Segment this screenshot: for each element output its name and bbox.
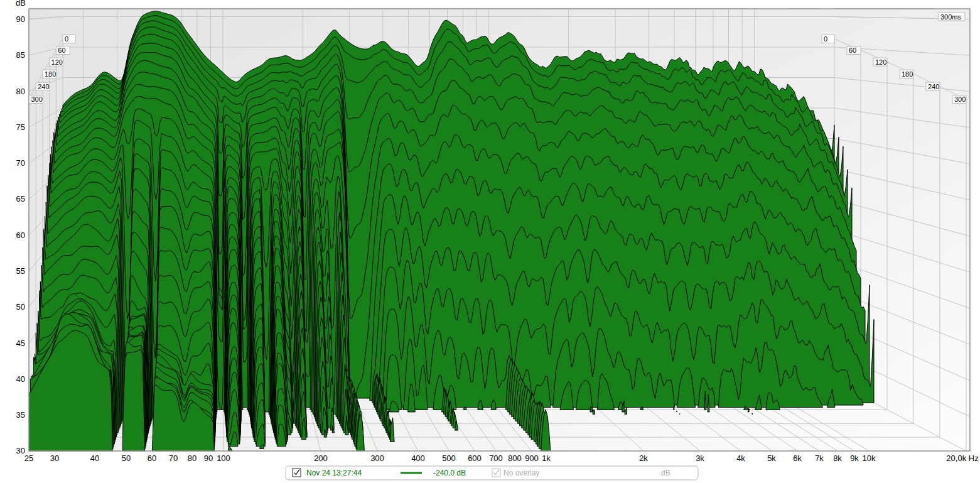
svg-text:180: 180 — [45, 70, 56, 78]
svg-text:50: 50 — [122, 453, 131, 463]
svg-text:-240,0 dB: -240,0 dB — [433, 469, 466, 477]
svg-text:300: 300 — [31, 95, 43, 103]
svg-text:800: 800 — [508, 453, 522, 463]
svg-text:85: 85 — [16, 50, 25, 60]
svg-text:0: 0 — [65, 35, 68, 43]
svg-text:5k: 5k — [767, 453, 776, 463]
svg-text:80: 80 — [188, 453, 197, 463]
svg-text:dB: dB — [16, 0, 26, 8]
svg-text:60: 60 — [849, 46, 856, 54]
svg-text:30: 30 — [50, 453, 59, 463]
svg-text:300: 300 — [954, 95, 966, 103]
svg-text:55: 55 — [16, 266, 25, 276]
svg-text:60: 60 — [148, 453, 156, 463]
svg-text:120: 120 — [51, 58, 63, 66]
svg-text:90: 90 — [16, 14, 25, 24]
svg-text:60: 60 — [58, 46, 65, 54]
svg-text:90: 90 — [204, 453, 213, 463]
svg-text:180: 180 — [902, 70, 913, 78]
svg-text:240: 240 — [928, 83, 939, 90]
svg-text:4k: 4k — [736, 453, 745, 463]
svg-text:65: 65 — [16, 194, 25, 204]
svg-text:200: 200 — [314, 453, 328, 463]
svg-text:40: 40 — [90, 453, 99, 463]
svg-text:9k: 9k — [850, 453, 859, 463]
svg-text:20,0k Hz: 20,0k Hz — [946, 453, 978, 463]
svg-text:No overlay: No overlay — [503, 469, 539, 477]
svg-text:70: 70 — [169, 453, 178, 463]
svg-text:40: 40 — [16, 374, 25, 384]
svg-text:400: 400 — [411, 453, 425, 463]
svg-text:600: 600 — [468, 453, 482, 463]
svg-text:70: 70 — [16, 158, 25, 168]
svg-text:900: 900 — [525, 453, 539, 463]
svg-text:45: 45 — [16, 339, 25, 348]
svg-text:100: 100 — [217, 453, 230, 463]
svg-text:120: 120 — [875, 58, 886, 66]
svg-text:500: 500 — [442, 453, 456, 463]
svg-text:300ms: 300ms — [940, 13, 962, 21]
svg-text:8k: 8k — [833, 453, 842, 463]
svg-text:25: 25 — [24, 453, 33, 463]
svg-text:700: 700 — [489, 453, 503, 463]
svg-text:300: 300 — [370, 453, 384, 463]
svg-text:0: 0 — [824, 35, 827, 43]
svg-text:75: 75 — [16, 122, 25, 132]
svg-text:3k: 3k — [696, 453, 704, 463]
svg-text:240: 240 — [38, 83, 49, 90]
svg-text:1k: 1k — [542, 453, 551, 463]
svg-text:7k: 7k — [815, 453, 824, 463]
svg-text:10k: 10k — [863, 453, 876, 463]
svg-text:50: 50 — [16, 302, 25, 312]
svg-text:dB: dB — [661, 469, 670, 477]
svg-text:60: 60 — [16, 231, 25, 240]
svg-text:80: 80 — [16, 87, 25, 96]
svg-text:6k: 6k — [793, 453, 802, 463]
svg-text:2k: 2k — [639, 453, 648, 463]
svg-text:Nov 24 13:27:44: Nov 24 13:27:44 — [306, 469, 362, 477]
svg-text:35: 35 — [16, 410, 25, 420]
